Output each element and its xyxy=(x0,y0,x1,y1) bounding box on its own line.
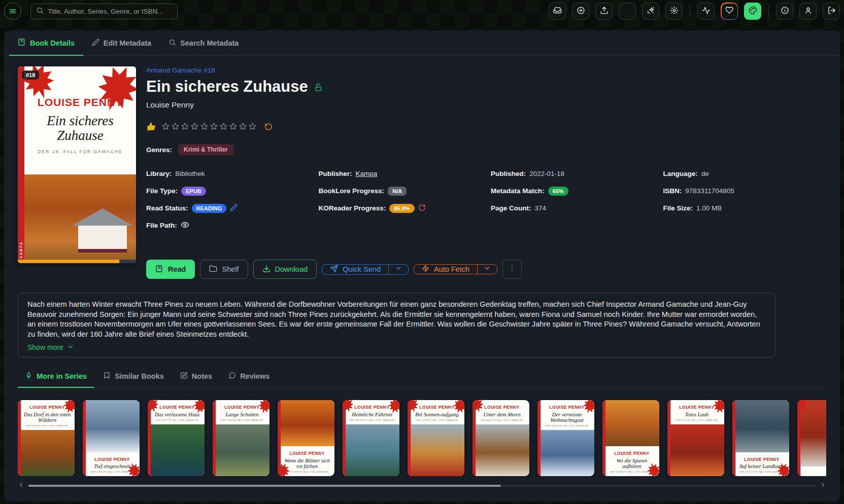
tab-book-details[interactable]: Book Details xyxy=(9,30,83,55)
cover-illustration xyxy=(24,174,136,263)
more-options-button[interactable] xyxy=(502,260,522,279)
eye-icon[interactable] xyxy=(181,221,189,231)
series-cover-subtitle: DER ACHTE FALL FÜR GAMACHE xyxy=(478,419,526,421)
activity-button[interactable] xyxy=(697,3,715,20)
ai-assist-button[interactable] xyxy=(642,3,659,20)
cover-spine xyxy=(472,400,476,476)
quick-send-dropdown[interactable] xyxy=(388,265,408,274)
series-book-cover[interactable]: LOUISE PENNY Bei Sonnen-aufgang DER SIEB… xyxy=(408,400,464,476)
read-button[interactable]: Read xyxy=(146,260,195,279)
auto-fetch-button[interactable]: Auto Fetch xyxy=(414,265,477,274)
global-search[interactable] xyxy=(30,4,178,19)
metadata-field: Metadata Match:65% xyxy=(491,186,654,196)
metadata-field: BookLore Progress:N/A xyxy=(319,186,482,196)
logout-button[interactable] xyxy=(823,3,840,20)
chevron-down-icon xyxy=(395,265,402,274)
tab-notes[interactable]: Notes xyxy=(173,372,219,387)
field-label: Language: xyxy=(663,170,698,177)
star-icon[interactable] xyxy=(239,124,247,132)
info-button[interactable] xyxy=(776,3,793,20)
main-tab-bar: Book Details Edit Metadata Search Metada… xyxy=(4,30,840,56)
series-book-cover[interactable]: LOUISE PENNY Totes Laub DER ELFTE FALL F… xyxy=(667,400,724,476)
status-badge: READING xyxy=(192,204,227,213)
metadata-field: File Path: xyxy=(146,220,310,231)
series-cover-subtitle: DER DRITTE FALL FÜR GAMACHE xyxy=(153,419,201,421)
star-icon[interactable] xyxy=(171,124,180,132)
star-icon[interactable] xyxy=(190,124,199,132)
series-book-cover[interactable]: LOUISE PENNY Unter dem Ahorn DER ACHTE F… xyxy=(472,400,529,476)
cover-spine xyxy=(408,400,411,476)
tab-edit-metadata[interactable]: Edit Metadata xyxy=(83,30,160,55)
series-book-cover[interactable] xyxy=(797,400,826,476)
favorites-button[interactable] xyxy=(721,3,738,20)
button-label: Quick Send xyxy=(343,265,381,273)
cover-spine xyxy=(602,400,605,476)
chevron-down-icon xyxy=(67,343,74,352)
series-book-cover[interactable]: LOUISE PENNY Heimliche Fährten DER SECHS… xyxy=(343,400,399,476)
tab-more-in-series[interactable]: More in Series xyxy=(18,372,94,387)
cover-spine xyxy=(18,400,21,476)
series-book-cover[interactable]: LOUISE PENNY Auf keiner Landkarte DER ZW… xyxy=(732,400,789,476)
auto-fetch-split-button: Auto Fetch xyxy=(414,264,497,274)
series-cover-art xyxy=(21,430,75,476)
refresh-icon[interactable] xyxy=(418,204,426,213)
tab-reviews[interactable]: Reviews xyxy=(221,372,277,387)
series-book-cover[interactable]: LOUISE PENNY Wenn die Blätter sich rot f… xyxy=(278,400,334,476)
genre-badge[interactable]: Krimi & Thriller xyxy=(178,144,233,155)
series-book-cover[interactable]: LOUISE PENNY Wo die Spuren aufhören DER … xyxy=(602,400,659,476)
settings-button[interactable] xyxy=(665,3,683,20)
blank-button[interactable] xyxy=(619,3,636,20)
search-input[interactable] xyxy=(48,8,172,15)
scrollbar-thumb[interactable] xyxy=(28,485,501,487)
show-more-link[interactable]: Show more xyxy=(27,343,74,352)
field-label: Page Count: xyxy=(491,204,531,212)
covers-scrollbar xyxy=(18,481,826,490)
auto-fetch-dropdown[interactable] xyxy=(477,265,497,274)
series-book-cover[interactable]: LOUISE PENNY Der vermisste Weihnachtsgas… xyxy=(537,400,594,476)
metadata-field: ISBN:9783311704805 xyxy=(663,186,827,196)
field-value: 2022-01-18 xyxy=(529,170,564,177)
field-label: BookLore Progress: xyxy=(319,187,385,195)
series-cover-subtitle: DER ELFTE FALL FÜR GAMACHE xyxy=(672,419,721,421)
status-badge: EPUB xyxy=(181,187,206,196)
pencil-icon[interactable] xyxy=(230,204,238,213)
book-description: Nach einem harten Winter erwacht Three P… xyxy=(27,300,766,340)
star-icon[interactable] xyxy=(229,124,238,132)
download-button[interactable]: Download xyxy=(253,260,317,279)
metadata-field xyxy=(663,220,827,231)
chevron-left-icon[interactable] xyxy=(18,481,24,490)
series-book-cover[interactable]: LOUISE PENNY Lange Schatten DER VIERTE F… xyxy=(213,400,269,476)
publisher-link[interactable]: Kampa xyxy=(356,170,378,177)
series-link[interactable]: Armand Gamache #18 xyxy=(146,66,826,74)
user-button[interactable] xyxy=(799,3,817,20)
book-cover[interactable]: KAMPA #18 LOUISE PENNY Ein sicheres Zuha… xyxy=(18,66,136,263)
add-book-button[interactable] xyxy=(572,3,589,20)
series-book-cover[interactable]: LOUISE PENNY Das verlassene Haus DER DRI… xyxy=(148,400,205,476)
tab-search-metadata[interactable]: Search Metadata xyxy=(160,30,247,55)
series-book-cover[interactable]: LOUISE PENNY Das Dorf in den roten Wälde… xyxy=(18,400,75,476)
hamburger-menu-button[interactable] xyxy=(4,3,21,20)
star-icon[interactable] xyxy=(161,124,170,132)
quick-send-button[interactable]: Quick Send xyxy=(322,265,388,274)
star-icon[interactable] xyxy=(210,124,218,132)
inbox-button[interactable] xyxy=(549,3,566,20)
star-icon[interactable] xyxy=(181,124,189,132)
series-book-cover[interactable]: LOUISE PENNY Tief eingeschneit DER ZWEIT… xyxy=(83,400,140,476)
star-icon[interactable] xyxy=(219,124,228,132)
star-icon[interactable] xyxy=(200,124,209,132)
tab-similar-books[interactable]: Similar Books xyxy=(96,372,171,387)
star-rating[interactable] xyxy=(161,122,258,133)
rotate-ccw-icon[interactable] xyxy=(264,123,273,133)
chevron-right-icon[interactable] xyxy=(820,481,826,490)
cover-subtitle: DER 18. FALL FÜR GAMACHE xyxy=(24,149,136,154)
heart-icon xyxy=(725,6,733,16)
thumbs-up-icon[interactable] xyxy=(146,122,156,133)
unlock-icon[interactable] xyxy=(314,78,323,96)
theme-button[interactable] xyxy=(744,3,761,20)
metadata-grid: Library:BibliothekPublisher:KampaPublish… xyxy=(146,168,826,231)
scrollbar-track[interactable] xyxy=(28,485,816,487)
star-icon[interactable] xyxy=(248,124,257,132)
upload-button[interactable] xyxy=(595,3,613,20)
shelf-button[interactable]: Shelf xyxy=(200,260,248,279)
field-label: Read Status: xyxy=(146,204,188,212)
